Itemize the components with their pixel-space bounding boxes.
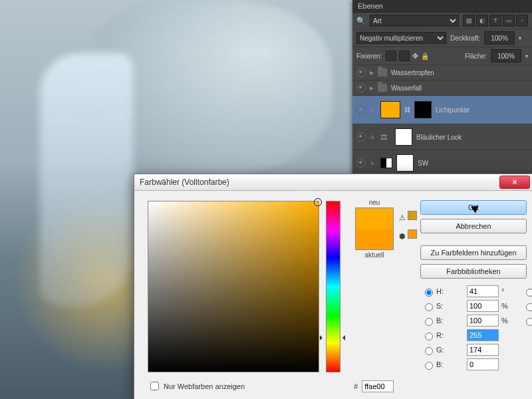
radio-r[interactable] [425,332,433,340]
radio-a[interactable] [526,303,532,311]
visibility-icon[interactable] [356,68,366,77]
s-input[interactable] [467,300,499,312]
disclosure-icon[interactable]: ▶ [370,85,374,91]
gamut-warning-icon[interactable]: ⚠ [399,211,417,222]
search-icon: 🔍 [356,17,366,25]
color-libraries-button[interactable]: Farbbibliotheken [420,264,527,279]
mask-thumb[interactable] [395,128,412,146]
radio-bb[interactable] [526,318,532,326]
b2-input[interactable] [467,358,499,370]
layers-list: ▶ Wassertropfen ▶ Wasserfall ↳ ⛓ Lichtpu… [352,65,532,176]
color-picker-dialog: Farbwähler (Volltonfarbe) × neu aktuell … [134,174,532,399]
fill-label: Fläche: [465,53,487,60]
folder-icon [378,68,387,76]
color-swatch-compare [355,207,394,250]
hsb-rgb-fields: H:° S:% B:% R: G: B: [422,285,511,370]
lock-label: Fixieren: [356,53,382,60]
fill-input[interactable] [491,49,521,63]
layer-sw[interactable]: ↳ SW [352,150,532,176]
r-input[interactable] [467,329,499,341]
layer-thumb [380,101,400,118]
lock-all-icon[interactable]: 🔒 [421,53,429,60]
hex-input[interactable] [362,380,394,392]
web-colors-check-input[interactable] [150,382,159,390]
radio-b2[interactable] [425,362,433,370]
b-input[interactable] [467,315,499,327]
new-color-swatch [356,208,393,229]
lab-cmyk-fields: L: a: b: C:% M:% Y:% K:% [523,285,532,385]
layer-group-wassertropfen[interactable]: ▶ Wassertropfen [352,65,532,80]
layer-filter-select[interactable]: Art [370,15,459,27]
opacity-chevron-icon[interactable]: ▾ [519,35,521,41]
layer-group-wasserfall[interactable]: ▶ Wasserfall [352,80,532,96]
cancel-button[interactable]: Abbrechen [420,219,527,233]
layers-panel-title: Ebenen [352,0,532,13]
visibility-icon[interactable] [356,105,366,114]
artwork-waterfall [40,53,133,306]
hex-prefix: # [354,382,358,390]
radio-h[interactable] [425,289,433,297]
ok-button[interactable]: OK [420,200,527,215]
dialog-titlebar[interactable]: Farbwähler (Volltonfarbe) × [134,174,532,191]
g-input[interactable] [467,344,499,356]
filter-shape-icon[interactable]: ▭ [503,15,515,27]
radio-b[interactable] [425,318,433,326]
opacity-input[interactable] [484,31,515,45]
folder-icon [378,84,387,92]
link-mask-icon[interactable]: ⛓ [404,106,410,113]
hue-slider[interactable] [326,201,340,372]
saturation-field[interactable] [148,201,319,372]
blend-mode-select[interactable]: Negativ multiplizieren [356,32,446,44]
visibility-icon[interactable] [356,158,366,168]
mask-thumb[interactable] [414,101,432,118]
fill-chevron-icon[interactable]: ▾ [525,53,528,59]
radio-s[interactable] [425,303,433,311]
opacity-label: Deckkraft: [450,35,480,42]
lock-image-icon[interactable] [399,51,410,61]
layer-blaulicher-look[interactable]: ↳ ⚖ Bläulicher Look [352,124,532,150]
filter-smart-icon[interactable]: ▫ [516,15,528,27]
lock-transparent-icon[interactable] [386,51,396,61]
close-button[interactable]: × [499,176,530,189]
h-input[interactable] [467,285,499,297]
clip-icon: ↳ [370,106,376,113]
current-label: aktuell [350,251,398,259]
filter-type-icon[interactable]: T [489,15,501,27]
visibility-icon[interactable] [356,132,366,142]
add-to-swatches-button[interactable]: Zu Farbfeldern hinzufügen [420,245,527,260]
clip-icon: ↳ [370,134,376,140]
mask-thumb[interactable] [396,154,414,172]
filter-adjust-icon[interactable]: ◐ [476,15,488,27]
layer-lichtpunkte[interactable]: ↳ ⛓ Lichtpunkte [352,96,532,124]
bw-adjust-icon [380,158,392,168]
radio-g[interactable] [425,347,433,355]
saturation-cursor[interactable] [314,198,322,206]
websafe-warning-icon[interactable]: ⬢ [399,229,417,241]
lock-position-icon[interactable]: ✥ [412,52,418,61]
current-color-swatch[interactable] [356,229,393,249]
web-colors-checkbox[interactable]: Nur Webfarben anzeigen [148,380,245,392]
color-balance-icon: ⚖ [380,132,391,142]
clip-icon: ↳ [370,160,376,166]
radio-l[interactable] [526,289,532,297]
dialog-title: Farbwähler (Volltonfarbe) [137,178,499,187]
layers-panel: Ebenen 🔍 Art ▧ ◐ T ▭ ▫ Negativ multipliz… [352,0,532,176]
visibility-icon[interactable] [356,83,366,92]
new-label: neu [350,199,398,206]
disclosure-icon[interactable]: ▶ [370,70,374,76]
filter-pixel-icon[interactable]: ▧ [463,15,475,27]
